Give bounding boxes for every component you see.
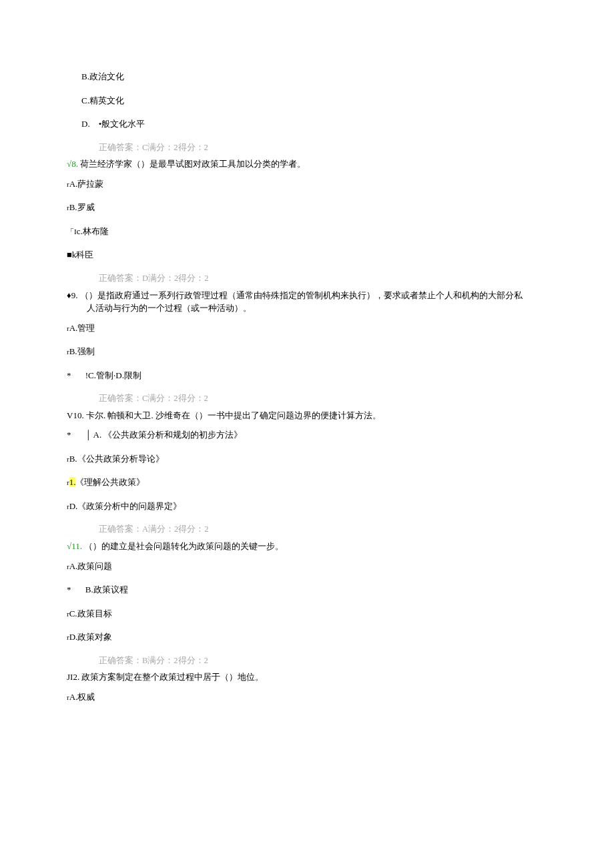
q7-option-c: C.精英文化 [81,94,547,107]
q8-answer: 正确答案：D满分：2得分：2 [99,272,547,285]
prefix: 「I [67,228,77,236]
q10-stem-text: 卡尔. 帕顿和大卫. 沙维奇在（）一书中提出了确定问题边界的便捷计算方法。 [86,410,381,420]
bar-marker: │ [85,430,91,440]
q9-option-b-text: B.强制 [69,346,95,356]
q11-option-b-text: B.政策议程 [85,584,128,594]
q10-option-a-letter: A. [93,430,102,440]
star-marker: * [67,370,71,380]
q11-option-a-text: A.政策问题 [69,561,113,571]
q12-stem: JI2. 政策方案制定在整个政策过程中居于（）地位。 [67,671,547,684]
q10-option-b-text: B.《公共政策分析导论》 [69,454,164,464]
q11-option-d-text: D.政策对象 [69,632,113,642]
star-marker: * [67,584,71,594]
star-marker: * [67,430,71,440]
q9-stem-text-1: （）是指政府通过一系列行政管理过程（通常由特殊指定的管制机构来执行），要求或者禁… [80,290,523,300]
q9-option-cd: * !C.管制·D.限制 [67,369,547,382]
q9-number: ♦9. [67,290,77,300]
q7-option-d-text: •般文化水平 [99,119,145,129]
q9-option-b: rB.强制 [67,345,547,358]
q8-option-a-text: A.萨拉蒙 [69,179,104,189]
q8-stem-text: 荷兰经济学家（）是最早试图对政策工具加以分类的学者。 [80,159,306,169]
q11-answer: 正确答案：B满分：2得分：2 [99,655,547,667]
q8-option-d: ■k科臣 [67,248,547,262]
q12-number: JI2. [67,672,79,682]
q9-option-a: rA.管理 [67,322,547,335]
q12-option-a-text: A.权威 [69,692,95,702]
q10-option-a: * │ A. 《公共政策分析和规划的初步方法》 [67,428,547,442]
q10-option-c: r1.《理解公共政策》 [67,476,547,489]
q9-answer: 正确答案：C满分：2得分：2 [99,392,547,405]
q8-stem: √8. 荷兰经济学家（）是最早试图对政策工具加以分类的学者。 [67,157,547,171]
q7-option-d: D. •般文化水平 [81,117,547,131]
document-page: B.政治文化 C.精英文化 D. •般文化水平 正确答案：C满分：2得分：2 √… [0,0,614,741]
q11-stem-text: （）的建立是社会问题转化为政策问题的关键一步。 [84,541,284,551]
q11-option-a: rA.政策问题 [67,560,547,573]
q7-option-d-letter: D. [81,119,90,129]
q10-option-a-text: 《公共政策分析和规划的初步方法》 [103,430,242,440]
q10-stem: V10. 卡尔. 帕顿和大卫. 沙维奇在（）一书中提出了确定问题边界的便捷计算方… [67,409,547,422]
prefix: ■k [67,250,76,260]
q10-option-b: rB.《公共政策分析导论》 [67,452,547,466]
q10-option-d-text: D.《政策分析中的问题界定》 [69,501,182,511]
q9-stem: ♦9. （）是指政府通过一系列行政管理过程（通常由特殊指定的管制机构来执行），要… [67,289,547,315]
q11-stem: √11. （）的建立是社会问题转化为政策问题的关键一步。 [67,540,547,553]
q10-option-c-text: 《理解公共政策》 [75,477,145,487]
q8-option-c-text: c.林布隆 [77,226,109,236]
q9-stem-text-2: 人活动与行为的一个过程（或一种活动）。 [87,302,547,315]
q9-option-cd-text: !C.管制·D.限制 [85,370,141,380]
q10-option-d: rD.《政策分析中的问题界定》 [67,500,547,513]
q8-option-d-text: 科臣 [76,250,93,260]
q11-number: √11. [67,541,82,551]
q12-stem-text: 政策方案制定在整个政策过程中居于（）地位。 [81,672,264,682]
highlight: 1. [69,477,76,487]
q9-option-a-text: A.管理 [69,323,95,333]
q11-option-c-text: C.政策目标 [69,608,112,618]
q10-number: V10. [67,410,84,420]
q10-answer: 正确答案：A满分：2得分：2 [99,523,547,536]
q7-answer: 正确答案：C满分：2得分：2 [99,141,547,154]
q7-option-b: B.政治文化 [81,70,547,83]
q8-option-c: 「Ic.林布隆 [67,225,547,238]
q8-number: √8. [67,159,78,169]
q11-option-b: * B.政策议程 [67,583,547,596]
q11-option-c: rC.政策目标 [67,607,547,620]
q11-option-d: rD.政策对象 [67,630,547,644]
q8-option-b-text: B.罗威 [69,202,95,212]
q8-option-a: rA.萨拉蒙 [67,177,547,191]
q12-option-a: rA.权威 [67,691,547,704]
q8-option-b: rB.罗威 [67,201,547,214]
